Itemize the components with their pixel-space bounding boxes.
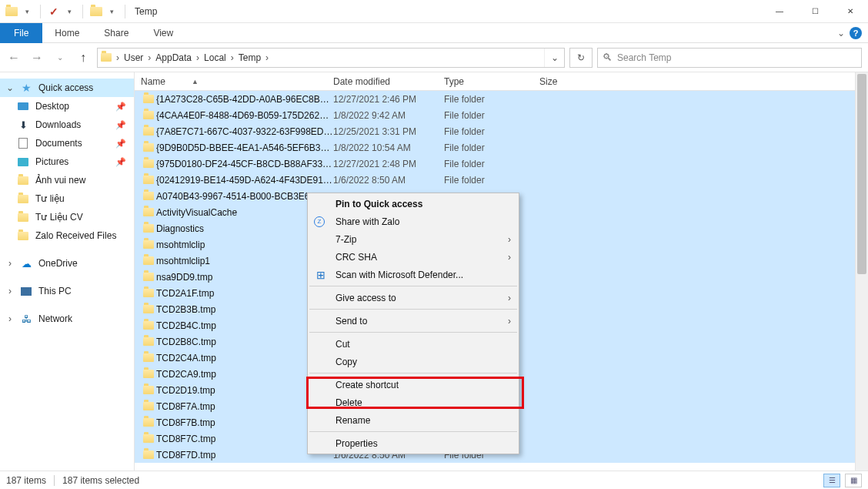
app-folder-icon <box>5 3 18 20</box>
file-date: 12/25/2021 3:31 PM <box>333 126 444 137</box>
ctx-properties[interactable]: Properties <box>308 434 519 452</box>
column-type[interactable]: Type <box>444 76 539 87</box>
help-icon[interactable]: ? <box>850 27 862 39</box>
table-row[interactable]: {9D9B0D5D-BBEE-4EA1-A546-5EF6B3FDE...1/8… <box>135 139 855 156</box>
table-row[interactable]: {1A273C28-C65B-42DD-A0AB-96EC8B6C...12/2… <box>135 91 855 107</box>
status-selected-count: 187 items selected <box>62 475 139 486</box>
up-button[interactable]: ↑ <box>74 47 92 69</box>
qat-properties-icon[interactable]: ✓ <box>47 3 61 20</box>
ctx-send-to[interactable]: Send to› <box>308 312 519 330</box>
file-type: File folder <box>444 126 539 137</box>
sidebar-item-quick-access[interactable]: ⌄ ★ Quick access <box>0 79 134 97</box>
sidebar-item-folder[interactable]: Ảnh vui new <box>0 171 134 189</box>
ctx-cut[interactable]: Cut <box>308 335 519 353</box>
column-date[interactable]: Date modified <box>333 76 444 87</box>
breadcrumb[interactable]: AppData <box>154 52 193 63</box>
sidebar-item-desktop[interactable]: Desktop 📌 <box>0 97 134 116</box>
column-headers: Name▲ Date modified Type Size <box>135 72 855 91</box>
ctx-pin-to-quick-access[interactable]: Pin to Quick access <box>308 195 519 213</box>
sidebar-item-label: Tư liệu <box>35 193 65 204</box>
breadcrumb[interactable]: Local <box>202 52 228 63</box>
chevron-right-icon[interactable]: › <box>262 52 272 63</box>
sidebar-item-documents[interactable]: Documents 📌 <box>0 134 134 152</box>
pin-icon: 📌 <box>115 139 126 149</box>
sidebar-item-folder[interactable]: Zalo Received Files <box>0 226 134 245</box>
folder-icon <box>141 143 156 152</box>
breadcrumb[interactable]: Temp <box>237 52 262 63</box>
ribbon-collapse-icon[interactable]: ⌄ <box>837 28 845 39</box>
sidebar-item-onedrive[interactable]: › ☁ OneDrive <box>0 254 134 273</box>
submenu-arrow-icon: › <box>508 252 511 263</box>
sidebar-item-this-pc[interactable]: › This PC <box>0 282 134 300</box>
sidebar-item-downloads[interactable]: ⬇ Downloads 📌 <box>0 116 134 134</box>
folder-icon <box>141 450 156 459</box>
column-name[interactable]: Name▲ <box>141 76 333 87</box>
file-type: File folder <box>444 175 539 186</box>
ctx-7zip[interactable]: 7-Zip› <box>308 230 519 248</box>
scrollbar-thumb[interactable] <box>857 74 866 274</box>
pin-icon: 📌 <box>115 102 126 112</box>
expand-icon[interactable]: › <box>6 286 14 296</box>
address-bar[interactable]: › User › AppData › Local › Temp › ⌄ <box>97 48 565 68</box>
ctx-create-shortcut[interactable]: Create shortcut <box>308 376 519 394</box>
refresh-button[interactable]: ↻ <box>569 48 593 68</box>
submenu-arrow-icon: › <box>508 293 511 303</box>
ctx-give-access-to[interactable]: Give access to› <box>308 289 519 306</box>
network-icon: 🖧 <box>20 313 32 325</box>
folder-icon <box>141 402 156 410</box>
window-controls: — ☐ ✕ <box>762 0 868 23</box>
quick-access-toolbar: ▾ ✓ ▾ ▾ Temp <box>0 3 157 20</box>
back-button[interactable]: ← <box>5 47 23 69</box>
qat-dropdown-icon[interactable]: ▾ <box>20 3 34 20</box>
file-date: 1/8/2022 9:42 AM <box>333 110 444 121</box>
details-view-button[interactable]: ☰ <box>823 474 840 487</box>
ctx-copy[interactable]: Copy <box>308 353 519 370</box>
table-row[interactable]: {7A8E7C71-667C-4037-9322-63F998ED1A...12… <box>135 123 855 139</box>
thumbnails-view-button[interactable]: ▦ <box>845 474 862 487</box>
minimize-button[interactable]: — <box>762 0 797 23</box>
file-tab[interactable]: File <box>0 23 42 43</box>
status-bar: 187 items 187 items selected ☰ ▦ <box>0 471 868 489</box>
tab-share[interactable]: Share <box>92 23 141 43</box>
folder-icon <box>141 176 156 184</box>
breadcrumb[interactable]: User <box>122 52 145 63</box>
sidebar-item-folder[interactable]: Tư liệu <box>0 189 134 208</box>
ribbon-tabs: File Home Share View ⌄ ? <box>0 23 868 43</box>
qat-dropdown2-icon[interactable]: ▾ <box>62 3 76 20</box>
sidebar-item-pictures[interactable]: Pictures 📌 <box>0 152 134 171</box>
table-row[interactable]: {4CAA4E0F-8488-4D69-B059-175D262C4E...1/… <box>135 107 855 123</box>
vertical-scrollbar[interactable] <box>855 72 868 471</box>
zalo-icon: Z <box>314 216 325 227</box>
table-row[interactable]: {02412919-BE14-459D-A624-4F43DE916D...1/… <box>135 172 855 188</box>
ctx-crc-sha[interactable]: CRC SHA› <box>308 248 519 266</box>
maximize-button[interactable]: ☐ <box>797 0 833 23</box>
folder-icon <box>141 305 156 313</box>
tab-home[interactable]: Home <box>42 23 92 43</box>
close-button[interactable]: ✕ <box>833 0 868 23</box>
chevron-right-icon[interactable]: › <box>113 52 122 63</box>
expand-icon[interactable]: › <box>6 258 14 269</box>
ctx-scan-defender[interactable]: ⊞ Scan with Microsoft Defender... <box>308 266 519 283</box>
recent-locations-icon[interactable]: ⌄ <box>51 47 69 69</box>
file-name: {975D0180-DF24-45CF-B8CD-B88AF336C... <box>156 159 333 169</box>
ctx-delete[interactable]: Delete <box>308 394 519 411</box>
column-size[interactable]: Size <box>539 76 586 87</box>
sidebar-item-label: Downloads <box>35 119 81 130</box>
address-dropdown-icon[interactable]: ⌄ <box>544 49 564 67</box>
chevron-right-icon[interactable]: › <box>193 52 202 63</box>
expand-icon[interactable]: › <box>6 313 14 324</box>
ctx-share-with-zalo[interactable]: Z Share with Zalo <box>308 213 519 230</box>
chevron-right-icon[interactable]: › <box>228 52 237 63</box>
qat-dropdown3-icon[interactable]: ▾ <box>105 3 119 20</box>
sidebar-item-folder[interactable]: Tư Liệu CV <box>0 208 134 226</box>
chevron-right-icon[interactable]: › <box>145 52 154 63</box>
search-input[interactable]: 🔍︎ Search Temp <box>597 48 862 68</box>
folder-icon <box>141 240 156 249</box>
expand-icon[interactable]: ⌄ <box>6 82 14 93</box>
ctx-rename[interactable]: Rename <box>308 411 519 429</box>
forward-button[interactable]: → <box>28 47 46 69</box>
table-row[interactable]: {975D0180-DF24-45CF-B8CD-B88AF336C...12/… <box>135 156 855 172</box>
tab-view[interactable]: View <box>141 23 185 43</box>
sidebar-item-network[interactable]: › 🖧 Network <box>0 310 134 328</box>
download-icon: ⬇ <box>17 119 29 131</box>
